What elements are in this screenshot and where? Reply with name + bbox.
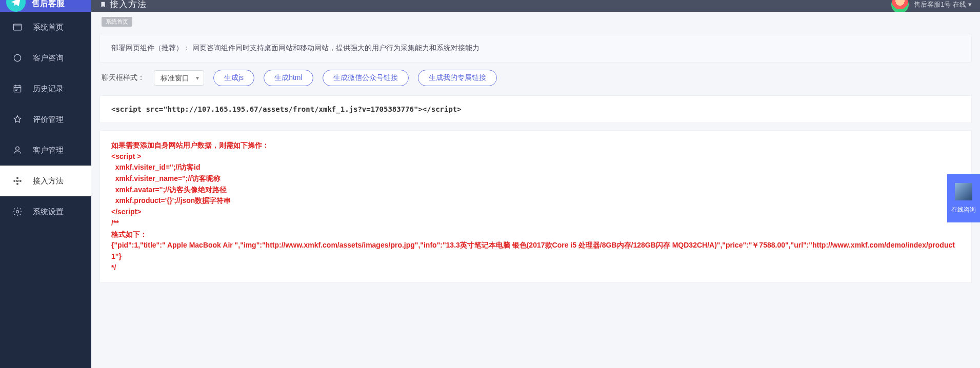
script-snippet-block[interactable]: <script src="http://107.165.195.67/asset…	[99, 95, 972, 123]
controls-row: 聊天框样式： 标准窗口 生成js 生成html 生成微信公众号链接 生成我的专属…	[102, 70, 972, 86]
calendar-icon	[12, 84, 23, 94]
svg-point-9	[16, 147, 19, 150]
sidebar-item-label: 系统首页	[33, 23, 64, 32]
gear-icon	[12, 207, 23, 217]
usage-note-block: 如果需要添加自身网站用户数据，则需如下操作： <script > xmkf.vi…	[99, 130, 972, 283]
svg-point-14	[17, 183, 18, 185]
brand-title: 售后客服	[32, 0, 65, 9]
generate-html-button[interactable]: 生成html	[264, 70, 313, 86]
breadcrumb[interactable]: 系统首页	[102, 17, 972, 27]
svg-point-13	[17, 177, 18, 179]
svg-point-2	[14, 54, 21, 61]
bookmark-icon	[99, 1, 107, 8]
window-icon	[12, 22, 23, 32]
svg-point-12	[20, 180, 22, 182]
settings-alt-icon	[12, 176, 23, 186]
svg-point-10	[16, 180, 18, 181]
sidebar-item-review[interactable]: 评价管理	[0, 104, 91, 135]
avatar	[891, 0, 909, 12]
svg-rect-0	[14, 24, 22, 30]
sidebar-item-customer[interactable]: 客户管理	[0, 135, 91, 166]
sidebar-item-label: 客户管理	[33, 146, 64, 155]
user-icon	[12, 145, 23, 155]
user-status-area[interactable]: 售后客服1号 在线 ▾	[891, 0, 972, 12]
sidebar-item-label: 历史记录	[33, 84, 64, 94]
sidebar-item-label: 客户咨询	[33, 53, 64, 63]
controls-label: 聊天框样式：	[102, 73, 145, 83]
topbar: 接入方法 售后客服1号 在线 ▾	[91, 0, 980, 12]
sidebar-item-settings[interactable]: 系统设置	[0, 196, 91, 227]
generate-js-button[interactable]: 生成js	[213, 70, 254, 86]
consult-thumb-icon	[955, 183, 972, 200]
sidebar-item-label: 接入方法	[33, 176, 64, 186]
sidebar-item-access[interactable]: 接入方法	[0, 166, 91, 196]
consult-label: 在线咨询	[951, 206, 976, 214]
svg-point-11	[14, 180, 15, 182]
svg-point-15	[16, 211, 19, 213]
brand-area: 售后客服	[0, 0, 91, 12]
generate-mylink-button[interactable]: 生成我的专属链接	[418, 70, 497, 86]
breadcrumb-item[interactable]: 系统首页	[102, 17, 132, 27]
page-title: 接入方法	[110, 0, 147, 10]
star-icon	[12, 114, 23, 125]
deploy-notice: 部署网页组件（推荐）： 网页咨询组件同时支持桌面网站和移动网站，提供强大的用户行…	[99, 34, 972, 63]
brand-logo-icon	[6, 0, 26, 12]
chevron-down-icon: ▾	[968, 1, 972, 8]
sidebar-item-history[interactable]: 历史记录	[0, 73, 91, 104]
chat-style-select[interactable]: 标准窗口	[154, 70, 204, 86]
sidebar-item-label: 评价管理	[33, 115, 64, 125]
sidebar-item-home[interactable]: 系统首页	[0, 12, 91, 43]
sidebar-item-consult[interactable]: 客户咨询	[0, 43, 91, 73]
generate-wechat-button[interactable]: 生成微信公众号链接	[323, 70, 409, 86]
user-status-text: 售后客服1号 在线	[914, 0, 966, 9]
online-consult-widget[interactable]: 在线咨询	[947, 174, 980, 222]
sidebar: 售后客服 系统首页 客户咨询 历史记录 评价管理 客户管理 接入方法 系统设	[0, 0, 91, 368]
sidebar-item-label: 系统设置	[33, 207, 64, 217]
circle-icon	[12, 53, 23, 63]
